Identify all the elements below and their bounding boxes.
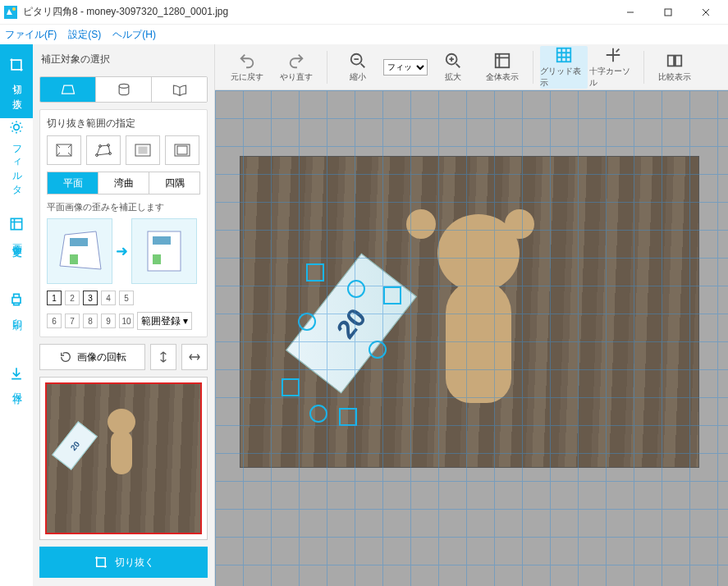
- menu-help[interactable]: ヘルプ(H): [112, 28, 156, 42]
- svg-rect-18: [70, 254, 78, 264]
- target-trapezoid[interactable]: [40, 77, 95, 102]
- tab-filter-label: フィルタ: [10, 139, 24, 191]
- zoom-select[interactable]: フィット25%50%100%200%: [383, 59, 428, 76]
- fit-all-icon: [493, 52, 511, 70]
- tab-print[interactable]: 印刷: [0, 266, 33, 340]
- chevron-down-icon: ▾: [183, 315, 188, 327]
- correction-illustration: ➜: [47, 218, 200, 284]
- flip-vertical-button[interactable]: [150, 344, 176, 370]
- svg-rect-26: [668, 55, 674, 66]
- range-slots: 12345678910 範囲登録▾: [47, 291, 200, 330]
- window-controls: [611, 0, 725, 25]
- tab-crop-label: 切り抜き: [10, 76, 24, 106]
- crop-button[interactable]: 切り抜く: [39, 547, 208, 578]
- svg-rect-2: [665, 9, 671, 16]
- range-slot-5[interactable]: 5: [119, 291, 134, 305]
- svg-rect-15: [177, 146, 187, 154]
- close-button[interactable]: [687, 0, 725, 25]
- zoom-in-button[interactable]: 拡大: [429, 46, 477, 89]
- target-type-segment: [39, 76, 208, 103]
- range-slot-10[interactable]: 10: [119, 314, 134, 328]
- svg-rect-4: [11, 218, 21, 229]
- svg-rect-17: [70, 238, 88, 246]
- rotate-label: 画像の回転: [77, 350, 126, 364]
- undo-icon: [238, 52, 256, 70]
- crosshair-icon: [604, 46, 622, 64]
- compare-icon: [666, 52, 684, 70]
- tab-crop[interactable]: 切り抜き: [0, 44, 33, 118]
- shape-rect-inner[interactable]: [126, 135, 160, 165]
- top-toolbar: 元に戻す やり直す 縮小 フィット25%50%100%200% 拡大 全体表示: [215, 44, 728, 90]
- target-cylinder[interactable]: [95, 77, 151, 102]
- compare-button[interactable]: 比較表示: [651, 46, 698, 89]
- rotate-icon: [59, 350, 72, 364]
- shape-rect-outer[interactable]: [165, 135, 199, 165]
- menu-file[interactable]: ファイル(F): [5, 28, 57, 42]
- edited-image[interactable]: 20: [240, 156, 699, 468]
- thumbnail-preview[interactable]: 20: [39, 377, 208, 540]
- minimize-button[interactable]: [611, 0, 649, 25]
- shape-polygon[interactable]: [86, 135, 121, 165]
- svg-rect-27: [675, 55, 681, 66]
- tab-save[interactable]: 保存: [0, 340, 33, 414]
- zoom-in-icon: [444, 52, 462, 70]
- crosshair-button[interactable]: 十字カーソル: [589, 46, 637, 89]
- arrow-icon: ➜: [116, 242, 128, 260]
- svg-marker-16: [60, 231, 101, 269]
- illustration-before: [47, 218, 112, 284]
- title-bar: ピタリ四角8 - money-3097320_1280_0001.jpg: [0, 0, 728, 25]
- fit-all-button[interactable]: 全体表示: [478, 46, 526, 89]
- tab-filter[interactable]: フィルタ: [0, 118, 33, 192]
- range-register-select[interactable]: 範囲登録▾: [137, 312, 192, 330]
- zoom-out-button[interactable]: 縮小: [334, 46, 382, 89]
- svg-point-6: [119, 84, 129, 88]
- grid-toggle-button[interactable]: グリッド表示: [540, 46, 588, 89]
- range-slot-9[interactable]: 9: [101, 314, 116, 328]
- rotate-row: 画像の回転: [39, 344, 208, 370]
- target-book[interactable]: [151, 77, 207, 102]
- plane-flat[interactable]: 平面: [48, 172, 98, 194]
- range-slot-7[interactable]: 7: [65, 314, 80, 328]
- maximize-button[interactable]: [649, 0, 687, 25]
- undo-button[interactable]: 元に戻す: [223, 46, 271, 89]
- tab-transform[interactable]: 画像変更: [0, 192, 33, 266]
- rotate-button[interactable]: 画像の回転: [39, 344, 145, 370]
- svg-rect-24: [496, 53, 510, 67]
- svg-point-3: [14, 125, 20, 130]
- svg-rect-13: [139, 147, 147, 153]
- range-slot-3[interactable]: 3: [83, 291, 98, 305]
- range-slot-1[interactable]: 1: [47, 291, 62, 305]
- svg-rect-20: [153, 236, 171, 245]
- work-area: 切り抜き フィルタ 画像変更 印刷 保存 補正対象の選択 切り抜き範囲の指定: [0, 44, 728, 586]
- plane-corners[interactable]: 四隅: [149, 172, 199, 194]
- crop-range-title: 切り抜き範囲の指定: [47, 117, 200, 130]
- svg-rect-21: [153, 254, 161, 264]
- tab-transform-label: 画像変更: [10, 236, 24, 242]
- main-area: 元に戻す やり直す 縮小 フィット25%50%100%200% 拡大 全体表示: [215, 44, 728, 586]
- side-panel: 補正対象の選択 切り抜き範囲の指定 平面 湾曲 四隅 平面画像の歪みを補正します: [33, 44, 215, 586]
- left-tab-strip: 切り抜き フィルタ 画像変更 印刷 保存: [0, 44, 33, 586]
- plane-hint: 平面画像の歪みを補正します: [47, 201, 200, 213]
- shape-full-rect[interactable]: [47, 135, 81, 165]
- canvas-area[interactable]: 20: [215, 90, 728, 586]
- range-slot-4[interactable]: 4: [101, 291, 116, 305]
- plane-type-segment: 平面 湾曲 四隅: [47, 172, 200, 195]
- redo-button[interactable]: やり直す: [272, 46, 320, 89]
- bear-graphic: [405, 214, 536, 428]
- grid-icon: [555, 46, 573, 64]
- app-icon: [3, 5, 18, 20]
- tab-print-label: 印刷: [10, 311, 24, 314]
- menu-settings[interactable]: 設定(S): [68, 28, 101, 42]
- tab-save-label: 保存: [10, 385, 24, 388]
- plane-curved[interactable]: 湾曲: [98, 172, 149, 194]
- range-slot-8[interactable]: 8: [83, 314, 98, 328]
- shape-buttons: [47, 135, 200, 165]
- redo-icon: [287, 52, 305, 70]
- crop-button-label: 切り抜く: [115, 556, 154, 570]
- range-slot-6[interactable]: 6: [47, 314, 62, 328]
- crop-range-panel: 切り抜き範囲の指定 平面 湾曲 四隅 平面画像の歪みを補正します ➜: [39, 109, 208, 337]
- range-slot-2[interactable]: 2: [65, 291, 80, 305]
- crop-icon: [94, 555, 108, 570]
- menu-bar: ファイル(F) 設定(S) ヘルプ(H): [0, 25, 728, 44]
- flip-horizontal-button[interactable]: [181, 344, 208, 370]
